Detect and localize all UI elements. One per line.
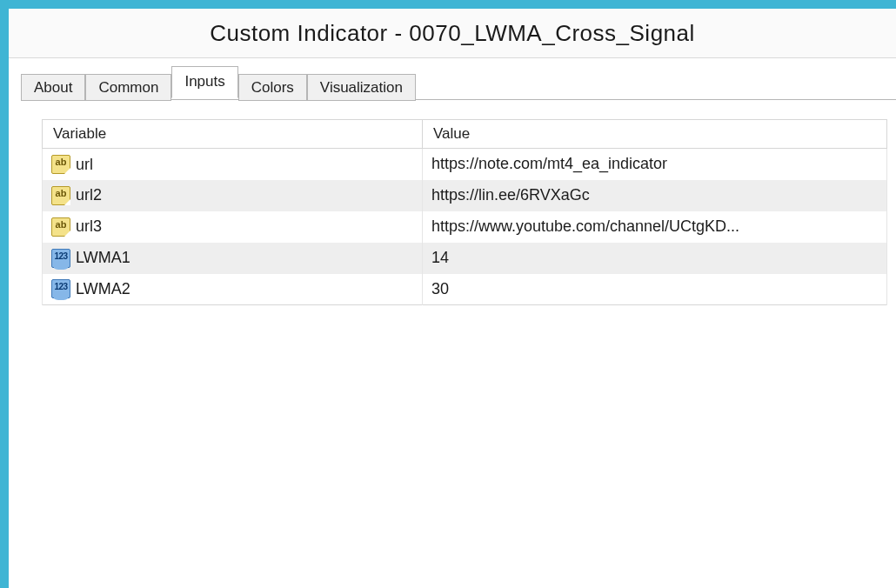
value-cell[interactable]: https://lin.ee/6RVXaGc [422,180,886,211]
string-type-icon: ab [51,217,70,237]
table-row[interactable]: 123LWMA230 [43,274,887,305]
table-header-row: Variable Value [43,120,887,149]
integer-type-icon: 123 [51,279,70,298]
value-cell[interactable]: https://note.com/mt4_ea_indicator [422,149,886,180]
tab-common[interactable]: Common [85,74,171,101]
window-title: Custom Indicator - 0070_LWMA_Cross_Signa… [210,20,695,47]
value-cell[interactable]: 14 [422,243,886,274]
client-area: About Common Inputs Colors Visualization… [9,57,896,588]
variable-cell[interactable]: 123LWMA1 [43,243,423,274]
string-type-icon: ab [51,186,70,205]
string-type-icon: ab [51,155,70,174]
table-row[interactable]: aburlhttps://note.com/mt4_ea_indicator [43,149,887,180]
variable-cell[interactable]: aburl [43,149,423,180]
column-header-variable[interactable]: Variable [43,120,423,149]
variable-name: url [76,155,93,172]
column-header-value[interactable]: Value [422,120,886,149]
variable-cell[interactable]: 123LWMA2 [43,274,423,305]
tab-strip: About Common Inputs Colors Visualization [9,67,896,100]
tab-about[interactable]: About [21,74,85,101]
variable-name: url2 [76,186,102,204]
table-row[interactable]: aburl2https://lin.ee/6RVXaGc [43,180,887,211]
dialog-window: Custom Indicator - 0070_LWMA_Cross_Signa… [0,0,896,588]
value-cell[interactable]: https://www.youtube.com/channel/UCtgKD..… [422,211,886,243]
tab-colors[interactable]: Colors [238,74,307,101]
title-bar: Custom Indicator - 0070_LWMA_Cross_Signa… [9,9,896,57]
inputs-table[interactable]: Variable Value aburlhttps://note.com/mt4… [42,119,887,305]
inputs-panel: Variable Value aburlhttps://note.com/mt4… [42,119,887,588]
variable-name: LWMA2 [76,280,130,297]
variable-name: LWMA1 [76,249,130,266]
table-row[interactable]: aburl3https://www.youtube.com/channel/UC… [43,211,887,243]
table-row[interactable]: 123LWMA114 [43,243,887,274]
variable-cell[interactable]: aburl3 [43,211,423,243]
variable-cell[interactable]: aburl2 [43,180,423,211]
value-cell[interactable]: 30 [422,274,886,305]
tab-visualization[interactable]: Visualization [307,74,416,101]
tab-inputs[interactable]: Inputs [171,66,237,98]
variable-name: url3 [76,217,102,235]
integer-type-icon: 123 [51,249,70,268]
